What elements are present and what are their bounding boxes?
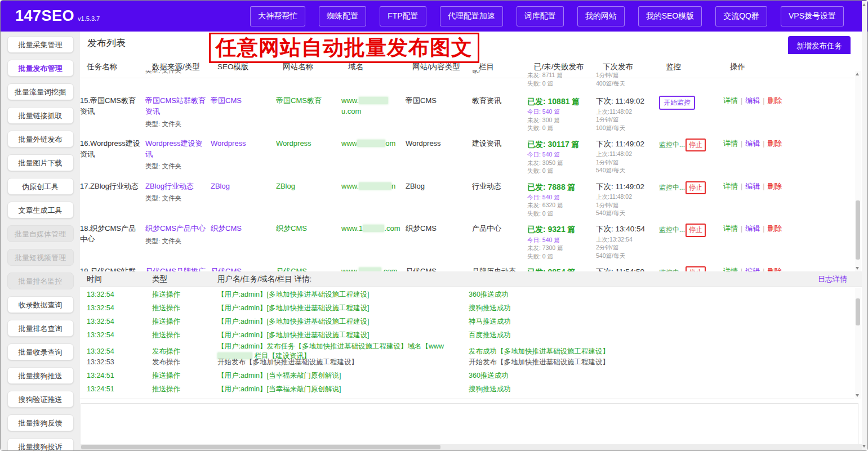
log-result: 搜狗推送成功 — [469, 303, 854, 313]
sidebar-item-5[interactable]: 批量外链发布 — [7, 131, 74, 148]
scroll-up-icon[interactable] — [862, 3, 866, 6]
delete-link[interactable]: 删除 — [767, 139, 782, 148]
sidebar-item-13[interactable]: 批量排名查询 — [7, 320, 74, 337]
start-monitor-button[interactable]: 开始监控 — [659, 96, 695, 110]
separator: | — [763, 267, 764, 271]
publish-rate: 1分钟/篇 — [596, 159, 655, 166]
unpublished-count: 未发: 8711 篇 — [527, 72, 591, 79]
data-source-link[interactable]: 易优CMS品牌推广 — [145, 266, 206, 271]
sidebar-item-14[interactable]: 批量收录查询 — [7, 343, 74, 360]
sidebar-item-12[interactable]: 收录数据查询 — [7, 296, 74, 313]
data-source-link[interactable]: ZBlog行业动态 — [145, 181, 206, 192]
log-col-time: 时间 — [87, 274, 152, 284]
source-type: 类型: 文件夹 — [145, 236, 206, 246]
seo-template-link[interactable]: 易优CMS — [211, 267, 242, 271]
detail-link[interactable]: 详情 — [723, 267, 738, 271]
sidebar-item-15[interactable]: 批量搜狗推送 — [7, 367, 74, 384]
blurred-domain-segment — [363, 225, 384, 232]
sidebar-item-2[interactable]: 批量发布管理 — [7, 60, 74, 77]
sidebar-item-16[interactable]: 搜狗验证推送 — [7, 391, 74, 408]
sidebar-item-8[interactable]: 文章生成工具 — [7, 202, 74, 218]
top-nav-item-7[interactable]: 我的SEO模版 — [638, 6, 702, 26]
stop-monitor-button[interactable]: 停止 — [686, 181, 706, 194]
sidebar-item-3[interactable]: 批量流量词挖掘 — [7, 83, 74, 100]
table-row: 18.织梦CMS产品中心织梦CMS产品中心类型: 文件夹织梦CMS织梦CMSww… — [80, 220, 854, 263]
next-publish-cell: 下次: 11:49:02上次:11:48:021分钟/篇540篇/每天 — [596, 181, 659, 217]
domain-prefix: www — [341, 139, 357, 148]
log-detail: 【用户:admin】[当幸福来敲门原创解说] — [217, 385, 469, 394]
delete-link[interactable]: 删除 — [767, 96, 782, 105]
edit-link[interactable]: 编辑 — [745, 96, 760, 105]
data-source-link[interactable]: Wordpress建设资讯 — [145, 139, 206, 160]
publish-rate: 1分钟/篇 — [596, 116, 655, 123]
top-nav-item-9[interactable]: VPS拨号设置 — [781, 6, 844, 26]
log-detail: 【用户:admin】[多地加快推进基础设施工程建设] — [217, 317, 469, 327]
top-nav-item-1[interactable]: 大神帮帮忙 — [250, 6, 305, 26]
horizontal-scrollbar[interactable] — [80, 444, 862, 450]
scroll-down-icon[interactable] — [856, 267, 859, 270]
sidebar-item-18[interactable]: 批量搜狗投诉 — [7, 438, 74, 451]
edit-link[interactable]: 编辑 — [745, 182, 760, 190]
publish-stats-cell: 已发: 30117 篇今日: 540 篇未发: 3050 篇失败: 0 篇 — [527, 139, 596, 175]
log-row: 13:32:54推送操作【用户:admin】[多地加快推进基础设施工程建设]神马… — [80, 315, 854, 328]
scrollbar-thumb[interactable] — [856, 200, 860, 260]
log-row: 13:32:54发布操作【用户:admin】发布任务【多地加快推进基础设施工程建… — [80, 342, 854, 355]
next-publish-time: 下次: 11:49:02 — [596, 139, 655, 150]
log-scrollbar[interactable] — [855, 288, 861, 399]
scroll-down-icon[interactable] — [856, 394, 859, 397]
domain-suffix: .com — [384, 224, 400, 233]
top-nav-item-2[interactable]: 蜘蛛配置 — [319, 6, 366, 26]
top-nav-item-4[interactable]: 代理配置加速 — [440, 6, 503, 26]
detail-link[interactable]: 详情 — [723, 139, 738, 148]
scroll-down-icon[interactable] — [862, 445, 866, 448]
edit-link[interactable]: 编辑 — [745, 224, 760, 233]
top-nav-item-3[interactable]: FTP配置 — [380, 6, 426, 26]
failed-count: 失败: 0 篇 — [527, 80, 591, 87]
detail-link[interactable]: 详情 — [723, 224, 738, 233]
top-nav-item-5[interactable]: 词库配置 — [517, 6, 564, 26]
data-source-link[interactable]: 帝国CMS站群教育资讯 — [145, 96, 206, 117]
sidebar-item-6[interactable]: 批量图片下载 — [7, 154, 74, 171]
column-name: 建设资讯 — [472, 139, 527, 175]
seo-template-link[interactable]: 帝国CMS — [211, 96, 242, 105]
detail-link[interactable]: 详情 — [723, 182, 738, 190]
delete-link[interactable]: 删除 — [767, 267, 782, 271]
log-time: 13:32:54 — [87, 331, 152, 339]
seo-template-link[interactable]: 织梦CMS — [211, 224, 242, 233]
scroll-up-icon[interactable] — [856, 73, 859, 75]
table-row: 17.ZBlog行业动态ZBlog行业动态类型: 文件夹ZBlogZBlogww… — [80, 178, 854, 221]
top-nav-item-8[interactable]: 交流QQ群 — [715, 6, 767, 26]
log-result: 360推送成功 — [469, 290, 854, 300]
page-scrollbar[interactable] — [862, 1, 867, 450]
stop-monitor-button[interactable]: 停止 — [686, 224, 706, 236]
scrollbar-thumb[interactable] — [856, 298, 860, 325]
sidebar-item-7[interactable]: 伪原创工具 — [7, 178, 74, 195]
delete-link[interactable]: 删除 — [767, 224, 782, 233]
next-publish-cell: 下次: 11:49:02上次:11:48:021分钟/篇540篇/每天 — [596, 139, 659, 175]
log-detail-link[interactable]: 日志详情 — [818, 274, 847, 284]
sidebar-item-1[interactable]: 批量采集管理 — [7, 36, 74, 53]
data-source-link[interactable]: 织梦CMS产品中心 — [145, 224, 206, 234]
stop-monitor-button[interactable]: 停止 — [686, 139, 706, 151]
log-col-detail: 用户名/任务/域名/栏目 详情: — [217, 274, 862, 284]
today-count: 今日: 540 篇 — [527, 108, 591, 115]
add-publish-task-button[interactable]: 新增发布任务 — [788, 36, 851, 56]
seo-template-link[interactable]: Wordpress — [211, 139, 246, 148]
delete-link[interactable]: 删除 — [767, 182, 782, 190]
sidebar-item-17[interactable]: 批量搜狗反馈 — [7, 414, 74, 431]
edit-link[interactable]: 编辑 — [745, 267, 760, 271]
sidebar-item-4[interactable]: 批量链接抓取 — [7, 107, 74, 124]
top-nav-item-6[interactable]: 我的网站 — [577, 6, 625, 26]
domain-cell: www.u.com — [341, 96, 406, 132]
stop-monitor-button[interactable]: 停止 — [686, 266, 706, 271]
log-row: 13:32:54推送操作【用户:admin】[多地加快推进基础设施工程建设]36… — [80, 288, 854, 301]
scrollbar-thumb[interactable] — [81, 445, 440, 449]
app-logo: 147SEO — [15, 7, 74, 25]
seo-template-link[interactable]: ZBlog — [211, 182, 230, 190]
domain-cell: www.1.com — [341, 224, 406, 260]
table-scrollbar[interactable] — [855, 71, 861, 271]
detail-link[interactable]: 详情 — [723, 96, 738, 105]
top-nav: 大神帮帮忙蜘蛛配置FTP配置代理配置加速词库配置我的网站我的SEO模版交流QQ群… — [250, 6, 867, 26]
log-type: 推送操作 — [152, 371, 217, 381]
edit-link[interactable]: 编辑 — [745, 139, 760, 148]
